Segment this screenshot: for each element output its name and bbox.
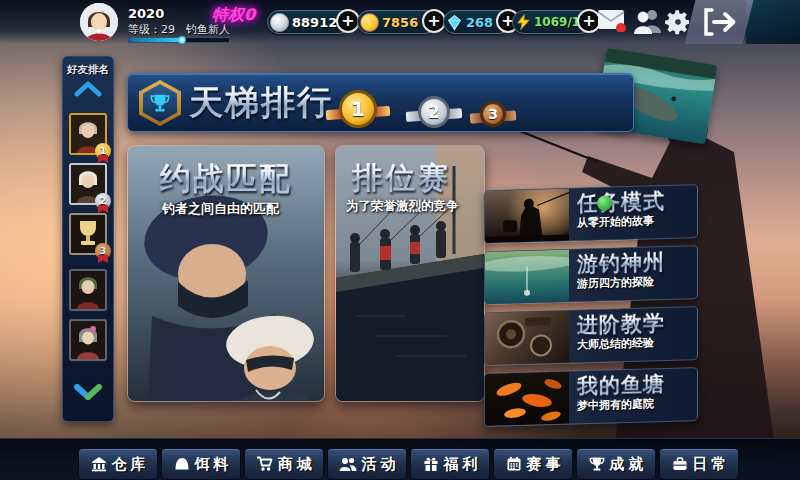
- task-mode-card[interactable]: 任务模式 从零开始的故事: [484, 184, 698, 244]
- scroll-down-button[interactable]: [73, 383, 103, 405]
- friend-rank-5[interactable]: [69, 319, 107, 361]
- friend-rank-4[interactable]: [69, 269, 107, 311]
- friend-rank-3[interactable]: 3: [69, 213, 107, 255]
- experience-bar-fill: [129, 38, 181, 42]
- player-level: 等级：29: [128, 22, 175, 37]
- friends-button[interactable]: [632, 8, 662, 36]
- diamond-icon: [446, 14, 463, 31]
- tournament-button[interactable]: 赛事: [493, 448, 573, 480]
- gold-amount: 7856: [382, 15, 418, 30]
- travel-fishing-card[interactable]: 游钓神州 游历四方的探险: [484, 245, 698, 305]
- pond-card-title: 我的鱼塘: [577, 371, 697, 398]
- warehouse-icon: [91, 456, 107, 472]
- friend-rank-2[interactable]: 2: [69, 163, 107, 205]
- banner-title: 天梯排行: [189, 80, 333, 126]
- rank-1-badge: 1: [95, 143, 111, 159]
- energy-pill[interactable]: 1069/102 +: [512, 10, 592, 34]
- trophy-icon: [149, 92, 171, 114]
- experience-bar: [128, 37, 230, 43]
- ranked-card-title: 排位赛: [352, 158, 451, 199]
- gold-currency-pill[interactable]: 7856 +: [357, 10, 437, 34]
- warehouse-button[interactable]: 仓库: [78, 448, 158, 480]
- welfare-icon: [423, 456, 439, 472]
- player-name: 2020: [128, 6, 164, 21]
- bait-button[interactable]: 饵料: [161, 448, 241, 480]
- pond-card-photo: [485, 372, 569, 426]
- friends-panel-title: 好友排名: [63, 63, 113, 77]
- activity-icon: [339, 456, 357, 472]
- player-avatar[interactable]: [80, 3, 118, 41]
- trophy-badge: [139, 80, 181, 126]
- ranked-mode-card[interactable]: 排位赛 为了荣誉激烈的竞争: [335, 145, 485, 402]
- tournament-icon: [506, 456, 522, 472]
- match-card-subtitle: 钓者之间自由的匹配: [162, 200, 279, 218]
- achievement-button[interactable]: 成就: [576, 448, 656, 480]
- mall-icon: [256, 456, 273, 472]
- mail-button[interactable]: [597, 8, 627, 36]
- my-pond-card[interactable]: 我的鱼塘 梦中拥有的庭院: [484, 367, 698, 427]
- travel-card-photo: [485, 250, 569, 304]
- daily-button[interactable]: 日常: [659, 448, 739, 480]
- silver-currency-pill[interactable]: 889127 +: [267, 10, 351, 34]
- experience-bar-marker: [178, 36, 186, 44]
- daily-icon: [672, 456, 688, 472]
- top-corner-decoration: [746, 0, 800, 44]
- diamond-amount: 268: [466, 15, 493, 30]
- match-card-title: 约战匹配: [160, 158, 292, 200]
- travel-card-title: 游钓神州: [577, 249, 697, 276]
- rank-2-badge: 2: [95, 193, 111, 209]
- mall-button[interactable]: 商城: [244, 448, 324, 480]
- tutorial-card-title: 进阶教学: [577, 310, 697, 337]
- rank-3-badge: 3: [95, 243, 111, 259]
- tutorial-card-photo: [485, 311, 569, 365]
- match-mode-card[interactable]: 约战匹配 钓者之间自由的匹配: [127, 145, 325, 402]
- friends-ranking-panel: 好友排名 1 2 3: [62, 56, 114, 422]
- top-bar: 2020 等级：29 钓鱼新人 特权0 889127 + 7856 + 268 …: [0, 0, 800, 44]
- gold-coin-icon: [360, 13, 379, 32]
- task-card-title: 任务模式: [577, 188, 697, 215]
- silver-coin-icon: [270, 13, 289, 32]
- welfare-button[interactable]: 福利: [410, 448, 490, 480]
- task-card-photo: [485, 189, 569, 243]
- diamond-currency-pill[interactable]: 268 +: [443, 10, 511, 34]
- ranked-card-subtitle: 为了荣誉激烈的竞争: [346, 198, 459, 215]
- lightning-icon: [516, 14, 531, 30]
- activity-button[interactable]: 活动: [327, 448, 407, 480]
- friend-rank-1[interactable]: 1: [69, 113, 107, 155]
- ladder-ranking-banner[interactable]: 天梯排行 1 2 3: [127, 73, 634, 132]
- scroll-up-button[interactable]: [74, 81, 102, 101]
- bait-icon: [174, 456, 190, 472]
- exit-icon[interactable]: [702, 8, 742, 40]
- achievement-icon: [589, 456, 605, 472]
- advanced-tutorial-card[interactable]: 进阶教学 大师总结的经验: [484, 306, 698, 366]
- privilege-badge[interactable]: 特权0: [212, 5, 255, 26]
- bottom-menu-bar: 仓库 饵料 商城 活动 福利 赛事 成就 日常: [0, 438, 800, 480]
